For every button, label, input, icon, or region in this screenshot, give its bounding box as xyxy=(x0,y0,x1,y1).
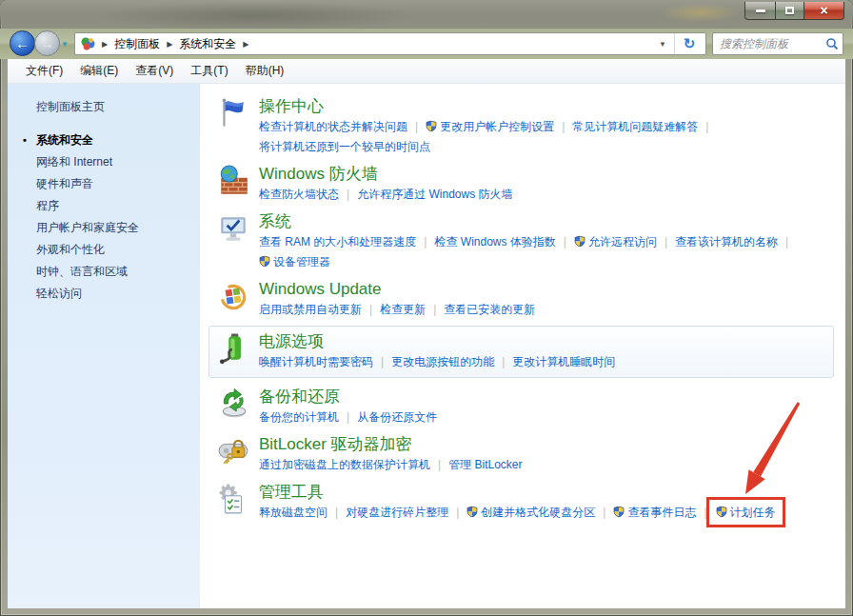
section-title-backup-restore[interactable]: 备份和还原 xyxy=(259,386,836,407)
task-link[interactable]: 计划任务 xyxy=(706,497,785,527)
sidebar-item[interactable]: 程序 xyxy=(36,200,200,212)
uac-shield-icon xyxy=(259,255,270,268)
section-title-bitlocker[interactable]: BitLocker 驱动器加密 xyxy=(259,433,836,455)
active-bullet-icon: • xyxy=(23,134,27,147)
breadcrumb-item[interactable]: 控制面板 xyxy=(114,36,160,52)
separator: | xyxy=(433,303,436,316)
task-link-row: 将计算机还原到一个较早的时间点 xyxy=(259,137,836,157)
section-power-options: 电源选项唤醒计算机时需要密码|更改电源按钮的功能|更改计算机睡眠时间 xyxy=(208,326,834,378)
uac-shield-icon xyxy=(574,235,585,248)
back-button[interactable]: ← xyxy=(10,30,35,56)
menu-item[interactable]: 帮助(H) xyxy=(237,60,293,82)
search-box[interactable] xyxy=(712,32,843,55)
task-link[interactable]: 检查 Windows 体验指数 xyxy=(434,235,555,248)
task-link[interactable]: 更改计算机睡眠时间 xyxy=(512,355,615,368)
task-link[interactable]: 常见计算机问题疑难解答 xyxy=(572,120,698,133)
separator: | xyxy=(381,355,384,368)
search-input[interactable] xyxy=(720,37,825,50)
separator: | xyxy=(347,188,349,201)
task-link[interactable]: 查看已安装的更新 xyxy=(444,303,535,316)
uac-shield-icon xyxy=(466,506,478,518)
menu-item[interactable]: 编辑(E) xyxy=(71,60,127,82)
task-link[interactable]: 检查防火墙状态 xyxy=(259,188,339,201)
sidebar-item[interactable]: 轻松访问 xyxy=(36,288,200,300)
task-link[interactable]: 检查更新 xyxy=(380,303,426,316)
content-area: 控制面板主页 •系统和安全网络和 Internet硬件和声音程序用户帐户和家庭安… xyxy=(8,84,845,608)
task-link[interactable]: 允许远程访问 xyxy=(574,235,657,248)
task-link[interactable]: 对硬盘进行碎片整理 xyxy=(346,506,448,519)
task-link[interactable]: 启用或禁用自动更新 xyxy=(259,303,362,316)
sidebar: 控制面板主页 •系统和安全网络和 Internet硬件和声音程序用户帐户和家庭安… xyxy=(8,84,200,608)
sidebar-item-home[interactable]: 控制面板主页 xyxy=(36,99,200,115)
menu-item[interactable]: 文件(F) xyxy=(17,60,71,82)
minimize-button[interactable] xyxy=(744,2,776,20)
system-icon xyxy=(217,212,249,245)
close-button[interactable]: × xyxy=(804,2,844,20)
forward-icon: → xyxy=(40,35,54,51)
task-link[interactable]: 唤醒计算机时需要密码 xyxy=(259,355,373,368)
maximize-icon xyxy=(785,7,794,14)
task-link[interactable]: 更改电源按钮的功能 xyxy=(391,355,494,368)
search-icon xyxy=(825,37,839,50)
address-field[interactable]: ▶控制面板▶系统和安全▶ ▼ ↻ xyxy=(74,32,706,55)
sidebar-item[interactable]: 硬件和声音 xyxy=(36,178,200,190)
task-link[interactable]: 创建并格式化硬盘分区 xyxy=(466,506,595,519)
task-link[interactable]: 备份您的计算机 xyxy=(259,410,339,424)
separator: | xyxy=(705,120,708,133)
sidebar-item[interactable]: 网络和 Internet xyxy=(36,156,200,169)
refresh-button[interactable]: ↻ xyxy=(675,35,704,52)
sidebar-item[interactable]: 外观和个性化 xyxy=(36,244,200,256)
firewall-icon xyxy=(217,165,249,197)
menu-item[interactable]: 查看(V) xyxy=(127,60,182,82)
task-link[interactable]: 检查计算机的状态并解决问题 xyxy=(259,120,407,133)
address-bar-row: ← → ▼ ▶控制面板▶系统和安全▶ ▼ ↻ xyxy=(0,29,853,59)
section-system: 系统查看 RAM 的大小和处理器速度|检查 Windows 体验指数|允许远程访… xyxy=(217,210,836,272)
sidebar-item[interactable]: •系统和安全 xyxy=(36,134,200,147)
backup-icon xyxy=(217,387,249,420)
sidebar-item[interactable]: 时钟、语言和区域 xyxy=(36,266,200,278)
refresh-icon: ↻ xyxy=(684,35,696,51)
breadcrumb-item[interactable]: 系统和安全 xyxy=(179,36,236,52)
task-link[interactable]: 管理 BitLocker xyxy=(448,458,522,471)
task-link[interactable]: 查看事件日志 xyxy=(613,506,696,519)
breadcrumb-arrow-icon: ▶ xyxy=(243,40,248,49)
uac-shield-icon xyxy=(716,506,727,518)
address-dropdown-icon[interactable]: ▼ xyxy=(659,40,666,49)
separator: | xyxy=(665,235,667,248)
section-windows-update: Windows Update启用或禁用自动更新|检查更新|查看已安装的更新 xyxy=(217,278,836,320)
separator: | xyxy=(424,235,426,248)
sidebar-item[interactable]: 用户帐户和家庭安全 xyxy=(36,222,200,234)
breadcrumb-arrow-icon: ▶ xyxy=(167,40,172,49)
maximize-button[interactable] xyxy=(776,2,804,20)
title-bar-blurred xyxy=(0,0,853,29)
task-link[interactable]: 将计算机还原到一个较早的时间点 xyxy=(259,140,430,153)
task-link-row: 唤醒计算机时需要密码|更改电源按钮的功能|更改计算机睡眠时间 xyxy=(259,352,825,372)
task-link[interactable]: 更改用户帐户控制设置 xyxy=(426,120,554,133)
task-link[interactable]: 释放磁盘空间 xyxy=(259,506,327,519)
separator: | xyxy=(562,120,565,133)
task-link[interactable]: 设备管理器 xyxy=(259,255,330,268)
breadcrumb-arrow-icon: ▶ xyxy=(102,40,108,49)
forward-button[interactable]: → xyxy=(34,30,60,56)
separator: | xyxy=(564,235,566,248)
task-link[interactable]: 通过加密磁盘上的数据保护计算机 xyxy=(259,458,430,471)
task-link[interactable]: 查看 RAM 的大小和处理器速度 xyxy=(259,235,416,248)
separator: | xyxy=(456,506,459,519)
recent-pages-chevron-icon[interactable]: ▼ xyxy=(61,40,69,49)
breadcrumb: ▶控制面板▶系统和安全▶ xyxy=(95,36,255,52)
task-link[interactable]: 从备份还原文件 xyxy=(357,410,437,424)
task-link[interactable]: 查看该计算机的名称 xyxy=(675,235,778,248)
task-link-row: 备份您的计算机|从备份还原文件 xyxy=(259,407,836,427)
section-title-windows-update[interactable]: Windows Update xyxy=(259,278,836,300)
sidebar-item-label: 外观和个性化 xyxy=(36,243,105,256)
task-link[interactable]: 允许程序通过 Windows 防火墙 xyxy=(357,188,512,201)
separator: | xyxy=(415,120,418,133)
section-title-windows-firewall[interactable]: Windows 防火墙 xyxy=(259,163,836,185)
separator: | xyxy=(438,458,441,471)
separator: | xyxy=(785,235,788,248)
menu-item[interactable]: 工具(T) xyxy=(182,60,236,82)
section-title-action-center[interactable]: 操作中心 xyxy=(259,95,836,117)
window-controls: × xyxy=(744,2,844,20)
section-title-system[interactable]: 系统 xyxy=(259,210,836,232)
section-title-power-options[interactable]: 电源选项 xyxy=(259,330,825,352)
